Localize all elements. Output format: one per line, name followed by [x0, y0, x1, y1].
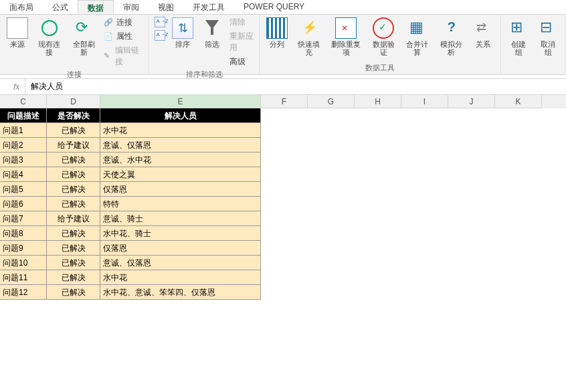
ungroup-button[interactable]: 取消组: [535, 16, 561, 58]
filter-icon: [201, 17, 223, 39]
cell-e[interactable]: 意诚、水中花: [100, 153, 261, 167]
tab-pagelayout[interactable]: 面布局: [0, 0, 43, 14]
tab-formulas[interactable]: 公式: [43, 0, 78, 14]
existing-connections-button[interactable]: 现有连接: [33, 16, 65, 58]
formula-value[interactable]: 解决人员: [25, 79, 566, 94]
cell-d[interactable]: 已解决: [47, 153, 100, 167]
cell-d[interactable]: 给予建议: [47, 138, 100, 153]
relationships-label: 关系: [476, 40, 490, 48]
cell-d[interactable]: 已解决: [47, 182, 100, 197]
formula-bar: fx 解决人员: [0, 79, 566, 95]
whatif-button[interactable]: 模拟分析: [436, 16, 467, 58]
refresh-all-button[interactable]: 全部刷新: [68, 16, 99, 58]
cell-d[interactable]: 已解决: [47, 123, 100, 138]
cell-c[interactable]: 问题11: [0, 270, 47, 285]
cell-e[interactable]: 水中花: [100, 123, 261, 138]
filter-label: 筛选: [205, 40, 219, 48]
advanced-filter-label: 高级: [229, 56, 246, 68]
relationships-button[interactable]: 关系: [470, 16, 496, 50]
filter-button[interactable]: 筛选: [199, 16, 225, 50]
cell-e[interactable]: 仅落恩: [100, 241, 261, 256]
cell-e[interactable]: 水中花、意诚、笨笨四、仅落恩: [100, 285, 261, 300]
header-e[interactable]: 解决人员: [100, 108, 261, 123]
clear-filter-button[interactable]: 清除: [228, 16, 255, 29]
properties-label: 属性: [116, 31, 132, 42]
col-header-i[interactable]: I: [401, 95, 448, 108]
cell-d[interactable]: 给予建议: [47, 211, 100, 226]
columns-icon: [266, 17, 288, 39]
external-source-button[interactable]: 来源: [4, 16, 31, 50]
tab-view[interactable]: 视图: [149, 0, 183, 14]
cell-c[interactable]: 问题9: [0, 241, 47, 256]
col-header-h[interactable]: H: [355, 95, 401, 108]
header-d[interactable]: 是否解决: [47, 108, 100, 123]
cell-e[interactable]: 意诚、仅落恩: [100, 256, 261, 270]
cell-d[interactable]: 已解决: [47, 226, 100, 241]
cell-c[interactable]: 问题1: [0, 123, 47, 138]
col-header-j[interactable]: J: [448, 95, 495, 108]
col-header-c[interactable]: C: [0, 95, 47, 108]
sort-asc-button[interactable]: [153, 16, 167, 28]
advanced-filter-button[interactable]: 高级: [228, 56, 255, 68]
group-label-data-tools: 数据工具: [264, 62, 496, 73]
table-row: 问题5已解决仅落恩: [0, 182, 566, 197]
group-label-sort-filter: 排序和筛选: [153, 68, 255, 80]
col-header-k[interactable]: K: [495, 95, 542, 108]
cell-c[interactable]: 问题2: [0, 138, 47, 153]
data-validation-button[interactable]: 数据验证: [368, 16, 399, 58]
tab-review[interactable]: 审阅: [114, 0, 149, 14]
connections-button[interactable]: 连接: [102, 16, 145, 29]
fx-icon[interactable]: fx: [0, 82, 25, 92]
spreadsheet-grid[interactable]: 问题描述 是否解决 解决人员 问题1已解决水中花问题2给予建议意诚、仅落恩问题3…: [0, 108, 566, 300]
cell-c[interactable]: 问题4: [0, 167, 47, 182]
table-header-row: 问题描述 是否解决 解决人员: [0, 108, 566, 123]
cell-c[interactable]: 问题8: [0, 226, 47, 241]
sort-desc-button[interactable]: [153, 29, 167, 41]
cell-d[interactable]: 已解决: [47, 241, 100, 256]
cell-e[interactable]: 特特: [100, 197, 261, 211]
cell-e[interactable]: 仅落恩: [100, 182, 261, 197]
edit-links-button[interactable]: 编辑链接: [102, 44, 145, 68]
group-button[interactable]: 创建组: [505, 16, 532, 58]
group-icon: [508, 17, 529, 39]
cell-d[interactable]: 已解决: [47, 197, 100, 211]
col-header-d[interactable]: D: [47, 95, 100, 108]
cell-d[interactable]: 已解决: [47, 167, 100, 182]
table-row: 问题1已解决水中花: [0, 123, 566, 138]
cell-e[interactable]: 意诚、仅落恩: [100, 138, 261, 153]
col-header-g[interactable]: G: [308, 95, 355, 108]
cell-c[interactable]: 问题7: [0, 211, 47, 226]
flash-fill-button[interactable]: 快速填充: [293, 16, 324, 58]
sort-button[interactable]: 排序: [169, 16, 196, 50]
sort-label: 排序: [175, 40, 190, 48]
cell-c[interactable]: 问题5: [0, 182, 47, 197]
cell-d[interactable]: 已解决: [47, 270, 100, 285]
text-to-columns-button[interactable]: 分列: [264, 16, 290, 50]
ribbon: 来源 现有连接 全部刷新 连接 属性 编辑链接 连接: [0, 15, 566, 75]
cell-c[interactable]: 问题10: [0, 256, 47, 270]
col-header-f[interactable]: F: [261, 95, 308, 108]
col-header-e[interactable]: E: [100, 95, 261, 108]
cell-d[interactable]: 已解决: [47, 256, 100, 270]
properties-icon: [104, 31, 114, 42]
remove-duplicates-button[interactable]: 删除重复项: [327, 16, 365, 58]
reapply-button[interactable]: 重新应用: [228, 30, 255, 54]
table-row: 问题4已解决天使之翼: [0, 167, 566, 182]
cell-e[interactable]: 天使之翼: [100, 167, 261, 182]
cell-c[interactable]: 问题6: [0, 197, 47, 211]
cell-e[interactable]: 水中花、骑士: [100, 226, 261, 241]
header-c[interactable]: 问题描述: [0, 108, 47, 123]
validation-icon: [373, 17, 394, 39]
tab-data[interactable]: 数据: [78, 0, 114, 14]
cell-d[interactable]: 已解决: [47, 285, 100, 300]
consolidate-button[interactable]: 合并计算: [401, 16, 433, 58]
tab-developer[interactable]: 开发工具: [183, 0, 234, 14]
cell-c[interactable]: 问题3: [0, 153, 47, 167]
cell-e[interactable]: 意诚、骑士: [100, 211, 261, 226]
tab-powerquery[interactable]: POWER QUERY: [234, 0, 314, 14]
properties-button[interactable]: 属性: [102, 30, 145, 43]
cell-e[interactable]: 水中花: [100, 270, 261, 285]
table-row: 问题11已解决水中花: [0, 270, 566, 285]
existing-connections-label: 现有连接: [36, 40, 62, 56]
cell-c[interactable]: 问题12: [0, 285, 47, 300]
